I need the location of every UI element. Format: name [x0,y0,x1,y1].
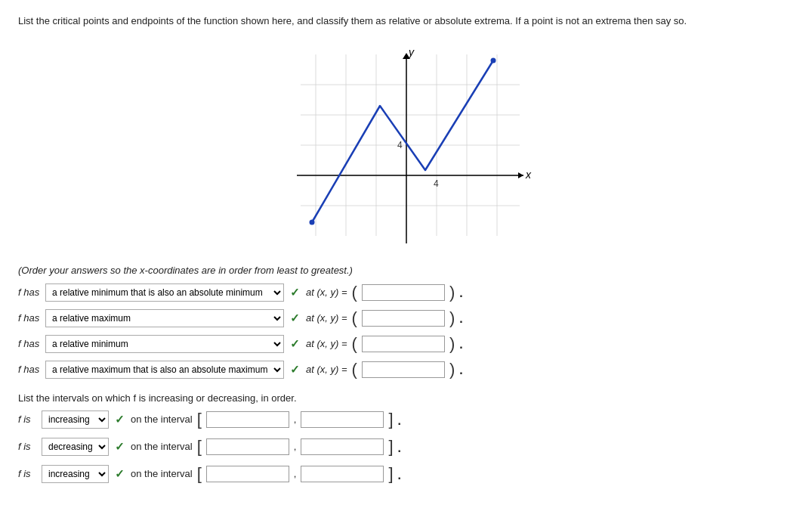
interval-row-3: f is increasing decreasing ✓ on the inte… [18,464,794,484]
at-label-4: at (x, y) = [306,364,347,375]
classification-row-1: f has a relative minimum that is also an… [18,283,794,302]
interval-section-title: List the intervals on which f is increas… [18,392,794,404]
interval-input-3a[interactable] [206,466,289,482]
classification-row-3: f has a relative minimum that is also an… [18,335,794,353]
check-icon-3: ✓ [290,337,300,351]
close-paren-4: ) [449,361,455,378]
f-has-label-4: f has [18,364,41,375]
check-icon-int-1: ✓ [115,413,125,426]
interval-select-1[interactable]: increasing decreasing [42,411,109,429]
open-paren-1: ( [352,284,357,301]
svg-text:x: x [525,169,532,181]
at-label-1: at (x, y) = [306,287,347,298]
check-icon-int-2: ✓ [115,440,125,454]
interval-comma-2: , [294,441,297,452]
interval-select-3[interactable]: increasing decreasing [42,465,109,483]
coord-input-4[interactable] [362,361,445,378]
check-icon-2: ✓ [290,311,300,325]
check-icon-4: ✓ [290,363,300,376]
classify-select-2[interactable]: a relative minimum that is also an absol… [45,309,284,327]
close-paren-2: ) [449,310,455,327]
coord-input-1[interactable] [362,284,445,301]
bracket-open-1: [ [197,410,202,429]
check-icon-1: ✓ [290,286,300,299]
interval-period-1: . [398,414,401,428]
f-has-label-3: f has [18,338,41,349]
bracket-close-3: ] [388,464,393,484]
on-the-interval-1: on the interval [131,414,193,425]
question-text: List the critical points and endpoints o… [18,14,794,29]
bracket-close-1: ] [388,410,393,429]
classify-select-1[interactable]: a relative minimum that is also an absol… [45,283,284,302]
interval-input-1b[interactable] [301,411,384,428]
svg-marker-14 [518,172,523,178]
open-paren-2: ( [352,310,357,327]
interval-comma-1: , [294,414,297,425]
interval-row-1: f is increasing decreasing ✓ on the inte… [18,410,794,429]
classification-rows: f has a relative minimum that is also an… [18,283,794,379]
period-3: . [459,338,462,352]
check-icon-int-3: ✓ [115,467,125,481]
f-is-label-1: f is [18,414,37,425]
at-label-3: at (x, y) = [306,338,347,349]
on-the-interval-3: on the interval [131,468,193,479]
close-paren-1: ) [449,284,455,301]
classification-row-2: f has a relative minimum that is also an… [18,309,794,327]
f-has-label-1: f has [18,287,41,298]
f-is-label-2: f is [18,441,37,452]
order-note: (Order your answers so the x-coordinates… [18,265,794,276]
classify-select-3[interactable]: a relative minimum that is also an absol… [45,335,284,353]
f-is-label-3: f is [18,468,37,479]
at-label-2: at (x, y) = [306,312,347,324]
coord-input-2[interactable] [362,310,445,327]
f-has-label-2: f has [18,312,41,324]
bracket-open-3: [ [197,464,202,484]
classify-select-4[interactable]: a relative minimum that is also an absol… [45,361,284,379]
svg-text:4: 4 [434,178,439,189]
coord-input-3[interactable] [362,336,445,352]
interval-input-2a[interactable] [206,438,289,455]
graph-area: x y 4 4 [18,39,794,251]
period-1: . [459,287,462,300]
interval-comma-3: , [294,468,297,479]
interval-period-2: . [398,441,401,455]
on-the-interval-2: on the interval [131,441,193,452]
svg-point-21 [490,57,496,63]
svg-text:4: 4 [397,140,403,150]
interval-row-2: f is increasing decreasing ✓ on the inte… [18,437,794,457]
period-2: . [459,312,462,326]
function-graph: x y 4 4 [278,39,535,251]
interval-select-2[interactable]: increasing decreasing [42,438,109,456]
interval-input-1a[interactable] [206,411,289,428]
bracket-open-2: [ [197,437,202,457]
svg-point-20 [309,219,314,225]
interval-input-3b[interactable] [301,466,384,482]
bracket-close-2: ] [388,437,393,457]
period-4: . [459,364,462,377]
interval-input-2b[interactable] [301,438,384,455]
close-paren-3: ) [449,336,455,352]
open-paren-4: ( [352,361,357,378]
classification-row-4: f has a relative minimum that is also an… [18,361,794,379]
interval-rows: f is increasing decreasing ✓ on the inte… [18,410,794,484]
svg-text:y: y [408,46,415,58]
interval-period-3: . [398,469,401,482]
open-paren-3: ( [352,336,357,352]
